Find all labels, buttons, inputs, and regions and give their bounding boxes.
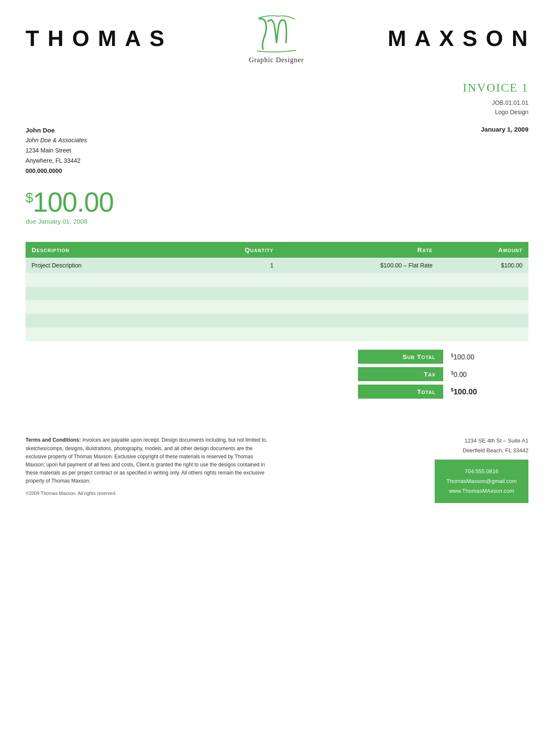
letter-O: O [72, 26, 90, 51]
logo-icon [251, 13, 302, 55]
invoice-table: Description Quantity Rate Amount Project… [26, 242, 528, 341]
amount-due-section: $100.00 due January 01, 2008 [0, 176, 554, 229]
tagline: Graphic Designer [249, 56, 304, 64]
col-rate: Rate [280, 242, 439, 258]
letter-H: H [48, 26, 65, 51]
invoice-info-section: INVOICE 1 JOB.01.01.01 Logo Design [0, 68, 554, 117]
letter-S: S [150, 26, 165, 51]
footer-address: 1234 SE 4th St – Suite A1 Deerfield Beac… [435, 436, 528, 455]
row1-quantity: 1 [179, 258, 280, 273]
letter-A: A [125, 26, 142, 51]
tc-title: Terms and Conditions: [26, 437, 81, 443]
tax-row: Tax $0.00 [358, 367, 528, 381]
col-quantity: Quantity [179, 242, 280, 258]
copyright: ©2009 Thomas Maxson. All rights reserved… [26, 490, 273, 497]
logo-center: Graphic Designer [249, 13, 304, 64]
letter-S2: S [462, 26, 478, 51]
letter-O2: O [486, 26, 504, 51]
row1-rate: $100.00 – Flat Rate [280, 258, 439, 273]
tax-label: Tax [358, 367, 443, 381]
client-date-row: John Doe John Doe & Associates 1234 Main… [0, 117, 554, 176]
letter-M: M [98, 26, 117, 51]
invoice-title: INVOICE 1 [463, 81, 528, 95]
letter-M2: M [388, 26, 407, 51]
amount-value: 100.00 [33, 187, 114, 218]
subtotal-value: $100.00 [443, 353, 494, 361]
subtotal-label: Sub Total [358, 350, 443, 364]
row1-description: Project Description [26, 258, 179, 273]
client-name: John Doe [26, 125, 87, 136]
table-row-empty-5 [26, 328, 528, 341]
invoice-date: January 1, 2009 [481, 126, 528, 133]
client-info: John Doe John Doe & Associates 1234 Main… [26, 125, 87, 176]
job-number: JOB.01.01.01 [492, 99, 528, 106]
footer-terms: Terms and Conditions: Invoices are payab… [26, 436, 273, 497]
row1-amount: $100.00 [439, 258, 528, 273]
table-row-empty-2 [26, 287, 528, 300]
invoice-table-section: Description Quantity Rate Amount Project… [0, 229, 554, 341]
footer-website: www.ThomasMAxson.com [443, 486, 520, 496]
table-row-empty-4 [26, 314, 528, 328]
totals-table: Sub Total $100.00 Tax $0.00 Total $100.0… [358, 350, 528, 402]
due-date: due January 01, 2008 [26, 218, 528, 225]
client-address1: 1234 Main Street [26, 146, 87, 156]
invoice-info: INVOICE 1 JOB.01.01.01 Logo Design [463, 81, 528, 117]
invoice-job-details: JOB.01.01.01 Logo Design [463, 98, 528, 117]
letter-X: X [439, 26, 455, 51]
footer-phone: 704.555.0816 [443, 466, 520, 476]
table-row-empty-1 [26, 273, 528, 287]
client-phone: 000.000.0000 [26, 166, 87, 176]
tax-value: $0.00 [443, 370, 494, 379]
total-label: Total [358, 385, 443, 399]
footer-contact: 1234 SE 4th St – Suite A1 Deerfield Beac… [435, 436, 528, 503]
table-row: Project Description 1 $100.00 – Flat Rat… [26, 258, 528, 273]
footer-email: ThomasMaxson@gmail.com [443, 476, 520, 486]
amount-large: $100.00 [26, 189, 528, 216]
col-description: Description [26, 242, 179, 258]
subtotal-row: Sub Total $100.00 [358, 350, 528, 364]
footer-address1: 1234 SE 4th St – Suite A1 [465, 437, 528, 444]
footer-address2: Deerfield Beach, FL 33442 [463, 447, 528, 454]
letter-N: N [511, 26, 528, 51]
letter-T: T [26, 26, 40, 51]
table-row-empty-3 [26, 300, 528, 314]
total-value: $100.00 [443, 387, 494, 397]
footer-contact-box: 704.555.0816 ThomasMaxson@gmail.com www.… [435, 460, 528, 503]
currency-symbol: $ [26, 190, 33, 205]
letter-A2: A [415, 26, 432, 51]
job-description: Logo Design [495, 109, 528, 115]
client-company: John Doe & Associates [26, 135, 87, 146]
col-amount: Amount [439, 242, 528, 258]
total-row: Total $100.00 [358, 385, 528, 399]
name-right: M A X S O N [388, 26, 528, 51]
name-left: T H O M A S [26, 26, 165, 51]
page-header: T H O M A S Graphic Designer M A X S O [0, 0, 554, 68]
table-header-row: Description Quantity Rate Amount [26, 242, 528, 258]
footer-section: Terms and Conditions: Invoices are payab… [0, 415, 554, 515]
client-address2: Anywhere, FL 33442 [26, 156, 87, 166]
tc-text: Invoices are payable upon receipt. Desig… [26, 437, 267, 484]
totals-section: Sub Total $100.00 Tax $0.00 Total $100.0… [0, 341, 554, 402]
